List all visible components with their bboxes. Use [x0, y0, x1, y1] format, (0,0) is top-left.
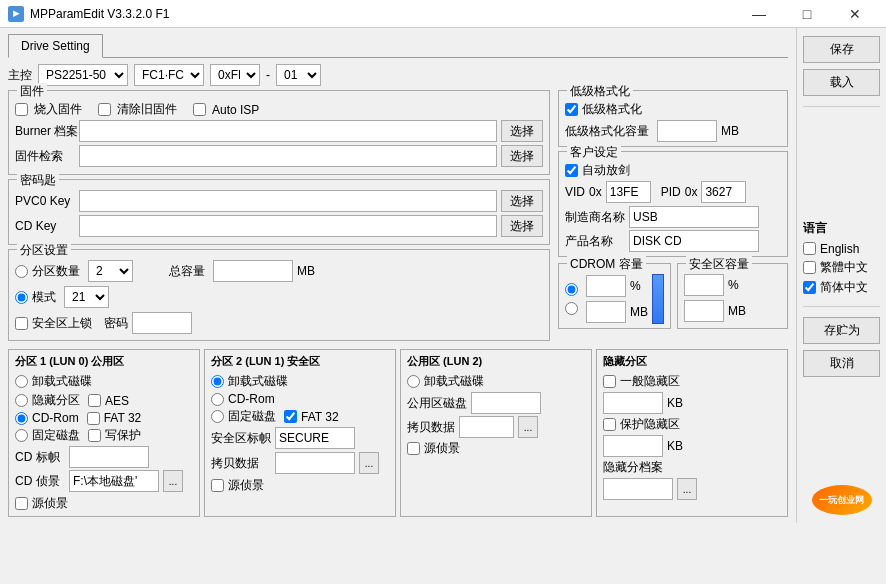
cdrom-pct-unit: %: [630, 279, 641, 293]
maximize-button[interactable]: □: [784, 4, 830, 24]
hex-select[interactable]: 0xFF: [210, 64, 260, 86]
key-group: 密码匙 PVC0 Key 选择 CD Key 选择: [8, 179, 550, 245]
p1-cd-snapshot-input[interactable]: [69, 470, 159, 492]
partition-count-select[interactable]: 2: [88, 260, 133, 282]
host-select[interactable]: PS2251-50: [38, 64, 128, 86]
mode-radio[interactable]: [15, 291, 28, 304]
vendor-input[interactable]: [629, 206, 759, 228]
pub-copy-label: 拷贝数据: [407, 419, 455, 436]
p2-fixed-radio[interactable]: [211, 410, 224, 423]
cdrom-radio-2[interactable]: [565, 302, 578, 315]
auto-release-checkbox[interactable]: [565, 164, 578, 177]
p2-security-label-input[interactable]: [275, 427, 355, 449]
p1-cdrom-radio[interactable]: [15, 412, 28, 425]
auto-isp-checkbox[interactable]: [193, 103, 206, 116]
p2-cdrom-radio[interactable]: [211, 393, 224, 406]
total-cap-unit: MB: [297, 264, 315, 278]
firmware-group: 固件 烧入固件 清除旧固件 Auto ISP Burner 档案 选择: [8, 90, 550, 175]
auto-isp-label: Auto ISP: [212, 103, 259, 117]
clear-checkbox[interactable]: [98, 103, 111, 116]
hidden-general-checkbox[interactable]: [603, 375, 616, 388]
simplified-checkbox[interactable]: [803, 281, 816, 294]
partition-count-radio[interactable]: [15, 265, 28, 278]
cdrom-slider[interactable]: [652, 274, 664, 324]
english-checkbox[interactable]: [803, 242, 816, 255]
cdrom-mb-input[interactable]: [586, 301, 626, 323]
pvco-input[interactable]: [79, 190, 497, 212]
hidden-file-input[interactable]: [603, 478, 673, 500]
low-format-checkbox[interactable]: [565, 103, 578, 116]
num-select[interactable]: 01: [276, 64, 321, 86]
total-cap-input[interactable]: [213, 260, 293, 282]
p1-aes-checkbox[interactable]: [88, 394, 101, 407]
tab-drive-setting[interactable]: Drive Setting: [8, 34, 103, 58]
security-lock-checkbox[interactable]: [15, 317, 28, 330]
pub-source-snapshot-checkbox[interactable]: [407, 442, 420, 455]
hidden-file-btn[interactable]: ...: [677, 478, 697, 500]
p2-copy-data-input[interactable]: [275, 452, 355, 474]
p1-source-snapshot-checkbox[interactable]: [15, 497, 28, 510]
p2-copy-data-btn[interactable]: ...: [359, 452, 379, 474]
pub-disk-radio[interactable]: [407, 375, 420, 388]
pvco-btn[interactable]: 选择: [501, 190, 543, 212]
cdkey-input[interactable]: [79, 215, 497, 237]
partition-count-label: 分区数量: [32, 263, 80, 280]
p1-disk-radio[interactable]: [15, 375, 28, 388]
security-lock-label: 安全区上锁: [32, 315, 92, 332]
save-button[interactable]: 保存: [803, 36, 880, 63]
p1-fixed-radio[interactable]: [15, 429, 28, 442]
total-cap-group: 总容量 MB: [169, 260, 315, 282]
hidden-protect-checkbox[interactable]: [603, 418, 616, 431]
low-format-cap-input[interactable]: [657, 120, 717, 142]
minimize-button[interactable]: —: [736, 4, 782, 24]
cdkey-btn[interactable]: 选择: [501, 215, 543, 237]
public-area-box: 公用区 (LUN 2) 卸载式磁碟 公用区磁盘 拷贝数据 ... 源侦景: [400, 349, 592, 517]
burn-checkbox[interactable]: [15, 103, 28, 116]
cdrom-radio-1[interactable]: [565, 283, 578, 296]
cdkey-row: CD Key 选择: [15, 215, 543, 237]
p2-fat32-checkbox[interactable]: [284, 410, 297, 423]
p2-disk-radio[interactable]: [211, 375, 224, 388]
password-input[interactable]: [132, 312, 192, 334]
cancel-button[interactable]: 取消: [803, 350, 880, 377]
close-button[interactable]: ✕: [832, 4, 878, 24]
mode-select[interactable]: 21: [64, 286, 109, 308]
cdrom-pct-input[interactable]: [586, 275, 626, 297]
left-column: 固件 烧入固件 清除旧固件 Auto ISP Burner 档案 选择: [8, 90, 550, 345]
pid-input[interactable]: [701, 181, 746, 203]
p1-fat32-checkbox[interactable]: [87, 412, 100, 425]
hidden-kb2-input[interactable]: [603, 435, 663, 457]
burner-btn[interactable]: 选择: [501, 120, 543, 142]
traditional-checkbox[interactable]: [803, 261, 816, 274]
load-button[interactable]: 载入: [803, 69, 880, 96]
check-input[interactable]: [79, 145, 497, 167]
pub-disk-input[interactable]: [471, 392, 541, 414]
p1-hidden-radio[interactable]: [15, 394, 28, 407]
vid-input[interactable]: [606, 181, 651, 203]
burner-input[interactable]: [79, 120, 497, 142]
hidden-kb1-input[interactable]: [603, 392, 663, 414]
p1-cd-input[interactable]: [69, 446, 149, 468]
p1-write-protect-checkbox[interactable]: [88, 429, 101, 442]
vendor-row: 制造商名称: [565, 206, 781, 228]
two-col-layout: 固件 烧入固件 清除旧固件 Auto ISP Burner 档案 选择: [8, 90, 788, 345]
cdrom-mb-row: MB: [586, 301, 648, 323]
window-controls: — □ ✕: [736, 4, 878, 24]
auto-release-label: 自动放剑: [582, 162, 630, 179]
p2-source-snapshot-checkbox[interactable]: [211, 479, 224, 492]
pub-copy-input[interactable]: [459, 416, 514, 438]
pid-label: PID: [661, 185, 681, 199]
traditional-label: 繁體中文: [820, 259, 868, 276]
customer-settings-group: 客户设定 自动放剑 VID 0x PID 0x 制造商名称: [558, 151, 788, 257]
p1-cd-snapshot-btn[interactable]: ...: [163, 470, 183, 492]
check-btn[interactable]: 选择: [501, 145, 543, 167]
product-input[interactable]: [629, 230, 759, 252]
pub-copy-btn[interactable]: ...: [518, 416, 538, 438]
burner-row: Burner 档案 选择: [15, 120, 543, 142]
fc-select[interactable]: FC1·FC2: [134, 64, 204, 86]
safe-pct-input[interactable]: [684, 274, 724, 296]
pid-prefix: 0x: [685, 185, 698, 199]
watermark-logo: 一玩创业网: [812, 485, 872, 515]
save-as-button[interactable]: 存贮为: [803, 317, 880, 344]
safe-mb-input[interactable]: [684, 300, 724, 322]
